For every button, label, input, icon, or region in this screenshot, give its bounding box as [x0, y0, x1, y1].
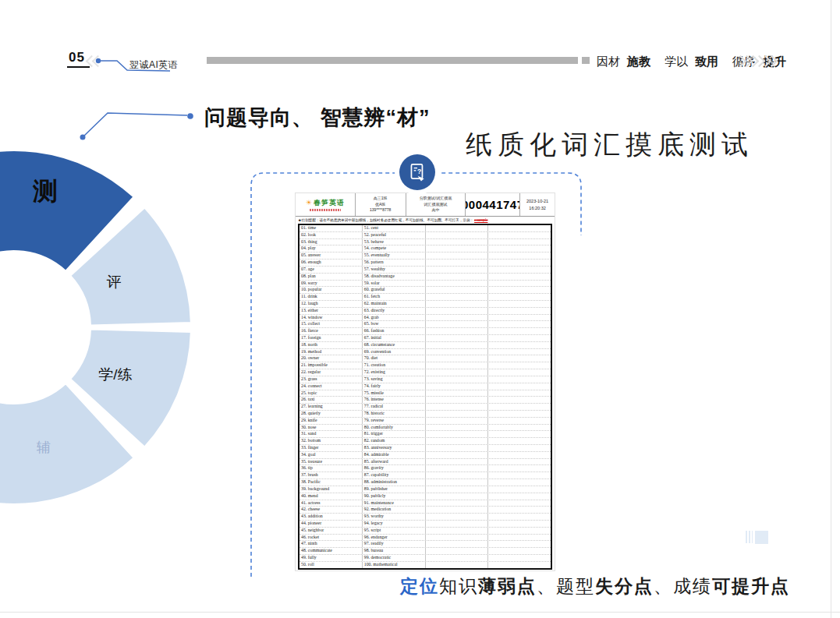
word-cell: 93. worthy	[363, 514, 426, 520]
word-cell: 17. foreign	[299, 335, 363, 341]
word-cell: 95. script	[363, 528, 426, 534]
word-cell	[426, 362, 489, 369]
word-cell	[426, 369, 489, 376]
table-row: 49. fully99. democratic	[299, 555, 551, 562]
word-cell: 40. mend	[299, 493, 363, 500]
table-row: 43. addition93. worthy	[299, 514, 551, 521]
word-cell: 22. regular	[299, 369, 363, 376]
footer-caption: 定位知识薄弱点、题型失分点、成绩可提升点	[400, 574, 790, 599]
test-type-line2: 词汇摸底测试	[424, 202, 447, 208]
word-cell: 82. random	[363, 438, 426, 444]
table-row: 21. impossible71. creation	[299, 362, 551, 369]
table-row: 42. cheese92. medication	[299, 507, 551, 514]
table-row: 04. play54. compete	[299, 245, 551, 252]
word-cell: 09. sorry	[299, 281, 363, 287]
word-cell: 53. behave	[363, 239, 426, 245]
word-cell: 29. knife	[299, 418, 363, 424]
word-cell: 78. historic	[363, 411, 426, 417]
word-cell: 57. wealthy	[363, 267, 426, 273]
table-row: 19. method69. convention	[299, 349, 551, 356]
section-title: 问题导向、 智慧辨“材”	[204, 104, 431, 132]
word-cell	[426, 535, 489, 541]
word-cell	[426, 521, 489, 527]
title-connector-dot-start	[80, 135, 86, 140]
word-cell: 94. legacy	[363, 521, 426, 527]
test-paper-badge: ?	[399, 154, 435, 190]
word-cell	[488, 335, 551, 341]
table-row: 06. enough56. pattern	[299, 260, 551, 267]
word-cell	[488, 431, 551, 437]
footer-part: 知识	[439, 576, 478, 596]
word-cell	[426, 507, 489, 513]
slogan-part: 因材	[597, 55, 620, 69]
word-cell	[488, 383, 551, 390]
word-cell	[488, 294, 551, 300]
word-cell	[488, 500, 551, 507]
word-cell	[426, 355, 489, 362]
word-cell: 43. addition	[299, 514, 363, 520]
word-cell: 79. reverse	[363, 418, 426, 424]
table-row: 35. treasure85. afterward	[299, 459, 551, 466]
table-row: 23. grass73. saving	[299, 376, 551, 383]
table-row: 45. neighbor95. script	[299, 528, 551, 535]
paper-datetime-cell: 2023-10-21 16:20:32	[520, 193, 555, 216]
word-cell: 26. taxi	[299, 397, 363, 403]
table-row: 03. thing53. behave	[299, 239, 551, 246]
word-cell: 54. compete	[363, 245, 426, 252]
word-cell	[426, 465, 489, 471]
word-cell	[488, 315, 551, 321]
donut-segment-1	[70, 208, 191, 326]
word-cell	[488, 486, 551, 493]
footer-part: 定位	[400, 576, 439, 596]
word-cell	[488, 425, 551, 431]
word-cell	[426, 397, 489, 403]
word-cell: 73. saving	[363, 376, 426, 383]
paper-class-cell: 高三1班 优A班 139****8778	[356, 193, 406, 216]
table-row: 31. sand81. trigger	[299, 431, 551, 438]
table-row: 08. plan58. disadvantage	[299, 274, 551, 281]
word-cell	[426, 418, 489, 424]
word-cell	[426, 274, 489, 280]
slide-edge-bottom	[0, 612, 840, 613]
word-cell: 75. missile	[363, 390, 426, 397]
word-cell	[426, 260, 489, 266]
slide-edge-right	[831, 0, 831, 618]
word-cell	[426, 445, 489, 451]
word-cell	[488, 260, 551, 266]
donut-label-learn: 学/练	[98, 365, 132, 385]
paper-date: 2023-10-21	[526, 198, 548, 205]
word-cell: 21. impossible	[299, 362, 363, 369]
word-cell: 91. maintenance	[363, 500, 426, 507]
word-cell	[426, 287, 489, 293]
word-cell: 06. enough	[299, 260, 363, 266]
word-cell: 31. sand	[299, 431, 363, 437]
word-cell: 46. rocket	[299, 535, 363, 541]
donut-segment-3	[0, 383, 133, 504]
word-cell: 35. treasure	[299, 459, 363, 465]
word-cell: 83. anniversary	[363, 445, 426, 451]
word-cell: 48. communicate	[299, 548, 363, 554]
word-cell: 84. admirable	[363, 452, 426, 458]
word-cell	[426, 528, 489, 534]
word-cell: 44. pioneer	[299, 521, 363, 527]
word-cell: 39. background	[299, 486, 363, 493]
word-cell	[426, 342, 489, 348]
footer-part: 可提升点	[712, 576, 790, 596]
table-row: 07. age57. wealthy	[299, 267, 551, 274]
word-cell	[426, 459, 489, 465]
table-row: 01. time51. cent	[299, 225, 551, 232]
word-cell	[488, 245, 551, 252]
word-cell	[426, 245, 489, 252]
word-cell	[426, 541, 489, 547]
word-cell	[488, 397, 551, 403]
word-cell	[488, 507, 551, 513]
word-cell	[488, 321, 551, 327]
word-cell	[488, 514, 551, 520]
word-cell	[426, 308, 489, 314]
word-cell: 41. actress	[299, 500, 363, 507]
word-cell: 11. drink	[299, 294, 363, 300]
word-cell: 71. creation	[363, 362, 426, 369]
footer-part: 失分点	[595, 576, 654, 596]
word-cell: 25. topic	[299, 390, 363, 397]
word-cell: 12. laugh	[299, 301, 363, 307]
